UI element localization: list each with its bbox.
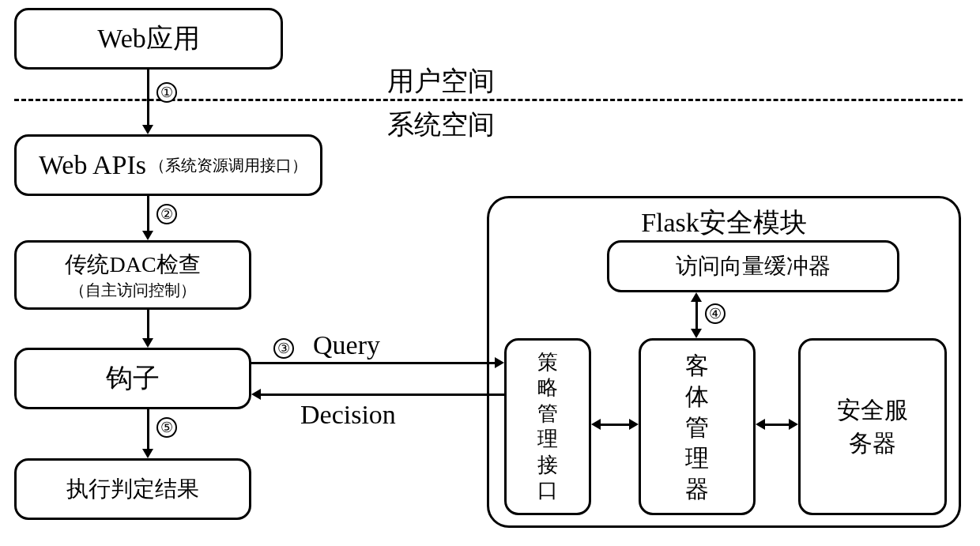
arrow-obj-sec-l bbox=[756, 419, 765, 430]
arrow-2-head bbox=[142, 231, 153, 240]
dac-sub: （自主访问控制） bbox=[70, 280, 196, 301]
avc-label: 访问向量缓冲器 bbox=[676, 251, 831, 281]
step-1: ① bbox=[156, 82, 177, 103]
box-web-app: Web应用 bbox=[14, 8, 283, 70]
arrow-obj-sec-r bbox=[789, 419, 798, 430]
arrow-decision-line bbox=[261, 393, 504, 396]
t: ③ bbox=[277, 340, 290, 357]
t: 客 bbox=[685, 352, 709, 378]
arrow-query-head bbox=[495, 357, 504, 368]
arrow-pol-obj-r bbox=[629, 419, 639, 430]
t: 管 bbox=[537, 402, 558, 425]
box-web-apis: Web APIs （系统资源调用接口） bbox=[14, 134, 322, 196]
step-3: ③ bbox=[273, 338, 294, 359]
arrow-obj-sec-line bbox=[765, 424, 789, 426]
arrow-decision-head bbox=[251, 389, 261, 400]
t: 策 bbox=[537, 351, 558, 374]
t: ① bbox=[160, 84, 173, 101]
box-policy-interface: 策 略 管 理 接 口 bbox=[504, 338, 591, 515]
box-dac-check: 传统DAC检查 （自主访问控制） bbox=[14, 240, 251, 310]
box-security-server: 安全服 务器 bbox=[798, 338, 947, 515]
arrow-5-head bbox=[142, 449, 153, 458]
box-hook: 钩子 bbox=[14, 348, 251, 409]
t: 务器 bbox=[849, 430, 896, 456]
t: ④ bbox=[709, 305, 722, 322]
obj-mgr-text: 客 体 管 理 器 bbox=[685, 350, 709, 504]
t: 理 bbox=[537, 427, 558, 450]
box-exec-result: 执行判定结果 bbox=[14, 458, 251, 520]
arrow-4-line bbox=[695, 302, 698, 329]
arrow-1-head bbox=[142, 125, 153, 134]
arrow-dac-hook-line bbox=[147, 310, 149, 338]
hook-label: 钩子 bbox=[106, 360, 160, 397]
arrow-query-line bbox=[251, 362, 495, 364]
arrow-4-head-up bbox=[691, 292, 702, 302]
arrow-5-line bbox=[147, 409, 149, 449]
web-app-label: Web应用 bbox=[97, 21, 199, 57]
sec-srv-text: 安全服 务器 bbox=[837, 393, 908, 460]
box-object-manager: 客 体 管 理 器 bbox=[639, 338, 756, 515]
web-apis-label: Web APIs bbox=[29, 150, 146, 180]
t: 理 bbox=[685, 445, 709, 471]
t: 略 bbox=[537, 376, 558, 399]
arrow-pol-obj-line bbox=[601, 424, 629, 426]
t: ⑤ bbox=[160, 419, 173, 436]
exec-result-label: 执行判定结果 bbox=[66, 474, 199, 504]
web-apis-sub: （系统资源调用接口） bbox=[149, 155, 307, 176]
user-space-label: 用户空间 bbox=[387, 63, 495, 100]
t: 接 bbox=[537, 454, 558, 476]
arrow-2-line bbox=[147, 196, 149, 231]
system-space-label: 系统空间 bbox=[387, 107, 495, 143]
arrow-pol-obj-l bbox=[591, 419, 601, 430]
box-avc: 访问向量缓冲器 bbox=[607, 240, 899, 292]
dac-label: 传统DAC检查 bbox=[65, 250, 200, 280]
t: 器 bbox=[685, 476, 709, 502]
flask-title: Flask安全模块 bbox=[641, 208, 807, 237]
decision-label: Decision bbox=[300, 400, 396, 430]
step-5: ⑤ bbox=[156, 417, 177, 438]
arrow-dac-hook-head bbox=[142, 338, 153, 348]
t: 管 bbox=[685, 414, 709, 440]
t: 口 bbox=[537, 479, 558, 502]
t: 体 bbox=[685, 383, 709, 409]
arrow-1-line bbox=[147, 70, 149, 125]
t: ② bbox=[160, 205, 173, 223]
step-2: ② bbox=[156, 204, 177, 224]
t: 安全服 bbox=[837, 397, 908, 423]
step-4: ④ bbox=[705, 303, 726, 324]
policy-if-text: 策 略 管 理 接 口 bbox=[537, 350, 558, 504]
query-label: Query bbox=[313, 330, 380, 360]
arrow-4-head-down bbox=[691, 329, 702, 338]
